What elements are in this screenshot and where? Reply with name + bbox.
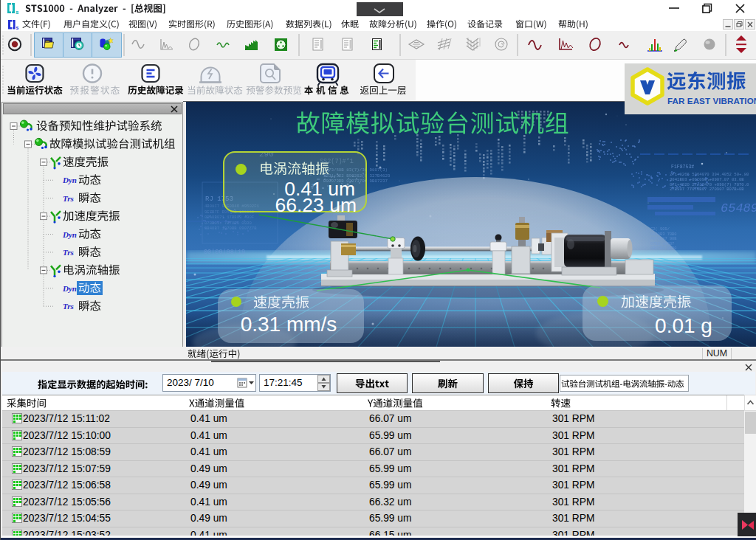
svg-text:Trs: Trs (63, 302, 74, 311)
svg-text:07B0 +0B07: 07B0 +0B07 (650, 242, 674, 246)
svg-text:#070B07 90B: #070B07 90B (650, 237, 677, 241)
svg-text:65489: 65489 (721, 201, 756, 215)
svg-text:Trs: Trs (63, 194, 74, 203)
svg-text:s: s (16, 9, 19, 15)
svg-text:s: s (16, 25, 19, 30)
svg-text:09A0B071 17BB09 490F: 09A0B071 17BB09 490F (205, 215, 254, 220)
svg-text:Dyn: Dyn (62, 230, 77, 239)
svg-text:27B907 77070B07 270907 B07B+0B: 27B907 77070B07 270907 B07B+0B (670, 187, 744, 192)
svg-text:Dyn: Dyn (62, 176, 77, 184)
svg-text:9B40B7 1070BB 0907Z7B: 9B40B7 1070BB 0907Z7B (205, 226, 257, 231)
svg-text:Trs: Trs (63, 248, 74, 257)
svg-text:%9B0B3 70B0: %9B0B3 70B0 (650, 232, 677, 237)
svg-text:C2( 909/: C2( 909/ (650, 227, 670, 232)
svg-text:00|00|08|19: 00|00|08|19 (204, 249, 245, 256)
svg-text:F1F8753#: F1F8753# (671, 165, 694, 170)
svg-text:FAR EAST VIBRATION: FAR EAST VIBRATION (667, 96, 756, 105)
svg-text:0B07B0 90B0: 0B07B0 90B0 (650, 246, 677, 251)
svg-text:Dyn: Dyn (62, 284, 77, 293)
